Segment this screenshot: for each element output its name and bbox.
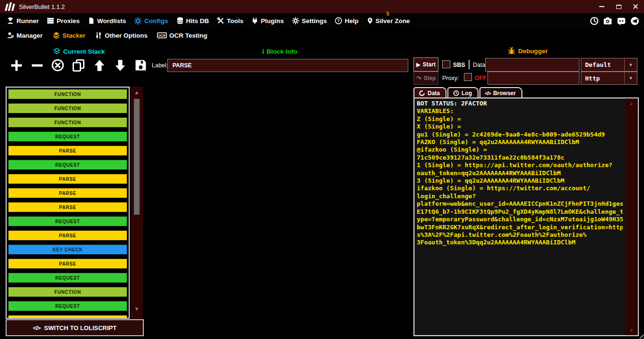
maximize-button[interactable] <box>610 0 627 13</box>
history-icon <box>453 90 459 97</box>
person-gear-icon <box>7 32 14 39</box>
menu-item-tools[interactable]: Tools <box>217 17 243 24</box>
location-pin-icon <box>367 17 373 24</box>
stack-block-function[interactable]: FUNCTION <box>8 117 128 128</box>
sbs-checkbox[interactable] <box>442 60 450 68</box>
submenu-item-ocr-testing[interactable]: OCR OCR Testing <box>157 32 207 39</box>
add-block-button[interactable] <box>9 58 23 72</box>
block-label-input[interactable] <box>167 59 408 72</box>
debugger-tabs: Data Log </> Browser <box>413 87 522 98</box>
window-controls: ✕ <box>593 0 644 13</box>
stack-block-parse[interactable]: PARSE <box>8 202 128 213</box>
circle-x-icon <box>51 59 64 72</box>
move-up-button[interactable] <box>92 58 106 72</box>
submenu-item-manager[interactable]: Manager <box>7 32 43 39</box>
stack-toolbar <box>9 58 148 72</box>
stack-block-request[interactable]: REQUEST <box>8 300 128 312</box>
stack-block-parse[interactable]: PARSE <box>8 145 128 156</box>
save-config-button[interactable] <box>134 58 148 72</box>
move-down-button[interactable] <box>113 58 127 72</box>
menu-item-help[interactable]: ? Help <box>335 17 358 24</box>
minimize-icon <box>599 6 604 7</box>
proxy-checkbox[interactable] <box>464 73 472 81</box>
chevron-down-icon: ▼ <box>624 72 637 84</box>
help-icon: ? <box>335 17 342 24</box>
scroll-up-icon[interactable]: ▲ <box>625 101 638 106</box>
scroll-up-icon[interactable]: ▲ <box>131 89 143 95</box>
menu-item-silver-zone[interactable]: 5 Silver Zone <box>367 17 410 24</box>
submenu-item-stacker[interactable]: Stacker <box>52 32 86 39</box>
window-title: SilverBullet 1.1.2 <box>19 3 65 10</box>
debugger-log-text[interactable]: BOT STATUS: 2FACTORVARIABLES:Z (Single) … <box>417 100 623 334</box>
proxy-caption: Proxy: <box>442 75 459 81</box>
log-scrollbar[interactable]: ▲ ▼ <box>625 98 638 335</box>
code-icon: </> <box>485 90 491 96</box>
log-line: 71c509ce39127a32e73311fae22c0b584f3a178c <box>417 154 623 161</box>
menu-item-proxies[interactable]: Proxies <box>47 17 80 24</box>
menu-item-wordlists[interactable]: Wordlists <box>88 17 126 24</box>
log-line: oauth_token=qq2u2AAAAAAA4RWYAAABiIDClbM <box>417 170 623 177</box>
divider <box>469 60 470 69</box>
wordlist-type-dropdown[interactable]: Default ▼ <box>581 58 637 72</box>
stack-block-request[interactable]: REQUEST <box>8 216 128 227</box>
proxy-input[interactable] <box>487 72 579 85</box>
chevron-down-icon: ▼ <box>624 58 637 71</box>
start-button[interactable]: ▶ Start <box>413 57 438 72</box>
scroll-down-icon[interactable]: ▼ <box>131 306 143 312</box>
scroll-down-icon[interactable]: ▼ <box>625 328 638 333</box>
close-button[interactable]: ✕ <box>627 0 644 13</box>
log-line: @ifazkoo (Single) = <box>417 146 623 153</box>
log-line: X (Single) = <box>417 123 623 130</box>
remove-block-button[interactable] <box>30 58 44 72</box>
stack-block-function[interactable]: FUNCTION <box>8 286 128 298</box>
minimize-button[interactable] <box>593 0 610 13</box>
stack-block-parse[interactable]: PARSE <box>8 230 128 241</box>
data-input[interactable] <box>485 58 579 72</box>
stack-block-request[interactable]: REQUEST <box>8 131 128 142</box>
log-line: gu1 (Single) = 2c4269de-9aa0-4e8c-b009-a… <box>417 131 623 138</box>
svg-text:OCR: OCR <box>158 34 165 37</box>
maximize-icon <box>616 5 621 9</box>
stack-block-request[interactable]: REQUEST <box>8 272 128 283</box>
menu-item-plugins[interactable]: Plugins <box>251 17 284 24</box>
layers-icon <box>52 32 60 39</box>
tab-log[interactable]: Log <box>447 87 479 98</box>
menu-item-runner[interactable]: Runner <box>7 17 39 24</box>
stack-block-function[interactable]: FUNCTION <box>8 89 128 100</box>
submenu-item-other-options[interactable]: Other Options <box>95 32 148 39</box>
step-button[interactable]: ↷ Step <box>413 72 438 85</box>
telegram-icon[interactable] <box>630 16 639 25</box>
menu-item-hitsdb[interactable]: Hits DB <box>176 17 209 24</box>
step-arrow-icon: ↷ <box>416 75 421 82</box>
stack-block-keycheck[interactable]: KEY CHECK <box>8 244 128 255</box>
camera-icon[interactable] <box>603 16 612 25</box>
stack-block-parse[interactable]: PARSE <box>8 173 128 185</box>
minus-icon <box>31 59 44 72</box>
log-line: Z (Single) = <box>417 115 623 123</box>
log-line: bwT3FnKR2GK7xuRqX&redirect_after_login_v… <box>417 224 623 231</box>
menu-right-icons <box>590 16 639 25</box>
copy-icon <box>72 59 85 72</box>
gear-icon <box>292 17 299 24</box>
history-icon[interactable] <box>590 16 599 25</box>
switch-to-loliscript-button[interactable]: </> SWITCH TO LOLISCRIPT <box>6 319 144 336</box>
stack-block-parse[interactable]: PARSE <box>8 258 128 269</box>
stack-block-parse[interactable]: PARSE <box>8 187 128 199</box>
clear-stack-button[interactable] <box>51 58 65 72</box>
save-icon <box>134 59 147 72</box>
proxy-type-dropdown[interactable]: Http ▼ <box>581 72 637 85</box>
menu-item-settings[interactable]: Settings <box>292 17 327 24</box>
scroll-thumb[interactable] <box>134 99 140 215</box>
stack-block-request[interactable]: REQUEST <box>8 159 128 170</box>
stack-block-function[interactable]: FUNCTION <box>8 103 128 114</box>
stack-scrollbar[interactable]: ▲ ▼ <box>131 87 143 319</box>
stack-block-parse[interactable]: PARSE <box>8 315 128 319</box>
document-icon <box>88 17 95 24</box>
tab-browser[interactable]: </> Browser <box>479 87 522 98</box>
menu-item-configs[interactable]: Configs <box>134 17 168 25</box>
clone-block-button[interactable] <box>72 58 85 72</box>
tab-data[interactable]: Data <box>413 87 446 98</box>
log-line: s%3A%2F%2Fapi.twitter.com%2Foauth%2Fauth… <box>417 231 623 239</box>
discord-icon[interactable] <box>617 16 626 25</box>
arrow-down-icon <box>114 59 126 72</box>
